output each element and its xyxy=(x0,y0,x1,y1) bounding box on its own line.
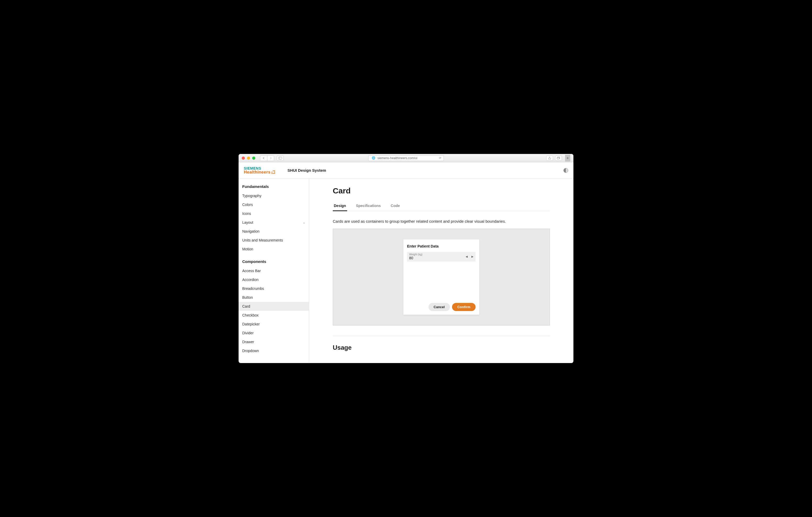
refresh-icon[interactable]: ⟳ xyxy=(439,156,441,160)
card-actions: Cancel Confirm xyxy=(407,303,475,311)
component-description: Cards are used as containers to group to… xyxy=(333,219,550,223)
card-title: Enter Patient Data xyxy=(407,244,475,248)
window-controls xyxy=(242,157,255,160)
tab-specifications[interactable]: Specifications xyxy=(355,201,382,211)
logo-line2: Healthineers xyxy=(244,170,275,174)
app-body: Fundamentals Typography Colors Icons Lay… xyxy=(239,179,573,363)
sidebar-item-colors[interactable]: Colors xyxy=(239,200,309,209)
sidebar-item-checkbox[interactable]: Checkbox xyxy=(239,311,309,320)
weight-stepper[interactable]: Weight (kg) 80 ◀ ▶ xyxy=(407,252,475,262)
chrome-right-controls: + xyxy=(546,155,570,161)
sidebar-item-drawer[interactable]: Drawer xyxy=(239,337,309,346)
share-button[interactable] xyxy=(546,155,553,161)
sidebar-item-motion[interactable]: Motion xyxy=(239,245,309,253)
main-content: Card Design Specifications Code Cards ar… xyxy=(309,179,573,363)
browser-chrome: 🌐 siemens-healthineers.com/ui ⟳ + xyxy=(239,154,573,162)
cancel-button[interactable]: Cancel xyxy=(429,303,450,311)
back-button[interactable] xyxy=(260,155,267,161)
svg-rect-0 xyxy=(279,157,282,159)
usage-heading: Usage xyxy=(333,344,550,351)
tab-code[interactable]: Code xyxy=(390,201,401,211)
theme-toggle-icon[interactable] xyxy=(563,168,568,173)
sidebar-item-navigation[interactable]: Navigation xyxy=(239,227,309,236)
browser-window: 🌐 siemens-healthineers.com/ui ⟳ + SIEMEN… xyxy=(239,154,573,363)
sidebar-item-accordion[interactable]: Accordion xyxy=(239,275,309,284)
brand-logo[interactable]: SIEMENS Healthineers xyxy=(244,166,275,174)
logo-dots-icon xyxy=(271,171,275,174)
example-card: Enter Patient Data Weight (kg) 80 ◀ ▶ Ca… xyxy=(403,239,479,315)
sidebar-item-datepicker[interactable]: Datepicker xyxy=(239,320,309,329)
logo-line1: SIEMENS xyxy=(244,166,275,170)
sidebar-item-breadcrumbs[interactable]: Breadcrumbs xyxy=(239,284,309,293)
new-tab-button[interactable]: + xyxy=(565,155,570,161)
sidebar-item-typography[interactable]: Typography xyxy=(239,191,309,200)
tabs-button[interactable] xyxy=(555,155,562,161)
app-header: SIEMENS Healthineers SHUI Design System xyxy=(239,162,573,179)
globe-icon: 🌐 xyxy=(372,156,375,160)
stepper-increase-icon[interactable]: ▶ xyxy=(471,255,473,258)
sidebar-item-divider[interactable]: Divider xyxy=(239,329,309,337)
sidebar-item-units[interactable]: Units and Measurements xyxy=(239,236,309,245)
tab-design[interactable]: Design xyxy=(333,201,347,211)
confirm-button[interactable]: Confirm xyxy=(452,303,475,311)
chevron-down-icon: ⌄ xyxy=(303,221,305,224)
page-title: Card xyxy=(333,186,550,195)
stepper-decrease-icon[interactable]: ◀ xyxy=(466,255,468,258)
sidebar-item-icons[interactable]: Icons xyxy=(239,209,309,218)
sidebar-item-access-bar[interactable]: Access Bar xyxy=(239,266,309,275)
url-text: siemens-healthineers.com/ui xyxy=(377,156,417,160)
sidebar-item-button[interactable]: Button xyxy=(239,293,309,302)
stepper-value: 80 xyxy=(409,256,466,260)
svg-rect-3 xyxy=(557,157,559,159)
sidebar: Fundamentals Typography Colors Icons Lay… xyxy=(239,179,309,363)
nav-buttons xyxy=(260,155,274,161)
sidebar-item-dropdown[interactable]: Dropdown xyxy=(239,346,309,355)
example-preview: Enter Patient Data Weight (kg) 80 ◀ ▶ Ca… xyxy=(333,229,550,326)
sidebar-item-card[interactable]: Card xyxy=(239,302,309,311)
maximize-window-button[interactable] xyxy=(252,157,255,160)
sidebar-section-fundamentals: Fundamentals xyxy=(239,183,309,191)
sidebar-section-components: Components xyxy=(239,258,309,266)
content-tabs: Design Specifications Code xyxy=(333,201,550,211)
sidebar-toggle-button[interactable] xyxy=(277,155,284,161)
forward-button[interactable] xyxy=(267,155,274,161)
sidebar-item-layout[interactable]: Layout⌄ xyxy=(239,218,309,227)
url-bar[interactable]: 🌐 siemens-healthineers.com/ui ⟳ xyxy=(368,155,444,161)
app-title: SHUI Design System xyxy=(288,168,326,173)
minimize-window-button[interactable] xyxy=(247,157,250,160)
stepper-label: Weight (kg) xyxy=(409,253,466,256)
close-window-button[interactable] xyxy=(242,157,245,160)
